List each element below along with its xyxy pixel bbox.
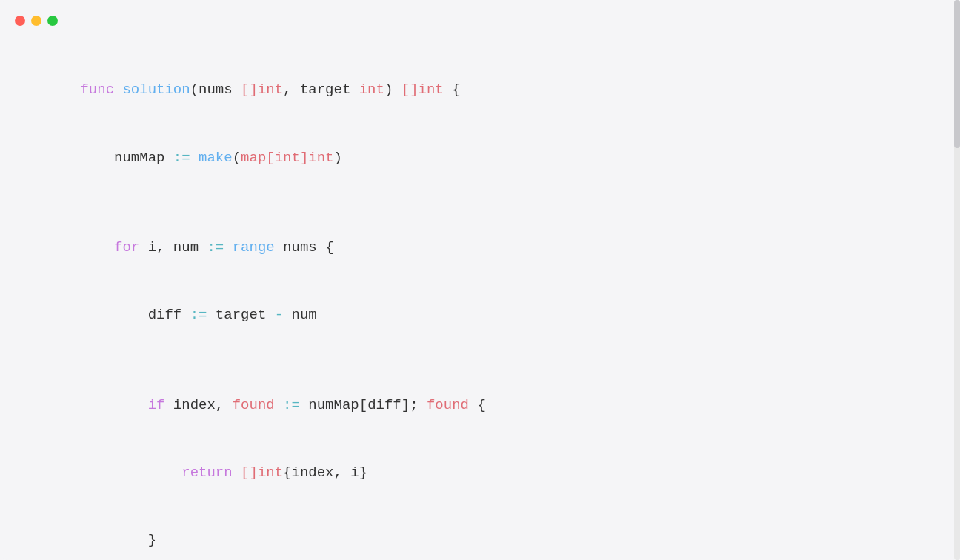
code-line-blank-2 [30,349,930,371]
code-line-5: if index, found := numMap[diff]; found { [30,371,930,439]
code-line-4: diff := target - num [30,281,930,349]
scrollbar-thumb[interactable] [954,0,960,148]
titlebar [0,0,960,41]
code-line-3: for i, num := range nums { [30,214,930,281]
code-line-7: } [30,507,930,560]
maximize-button[interactable] [47,16,58,26]
minimize-button[interactable] [31,16,41,26]
code-line-6: return []int{index, i} [30,439,930,507]
close-button[interactable] [15,16,25,26]
code-line-blank-1 [30,191,930,213]
code-line-1: func solution(nums []int, target int) []… [30,56,930,124]
code-editor[interactable]: func solution(nums []int, target int) []… [0,41,960,560]
code-line-2: numMap := make(map[int]int) [30,124,930,191]
scrollbar[interactable] [954,0,960,560]
window: func solution(nums []int, target int) []… [0,0,960,560]
